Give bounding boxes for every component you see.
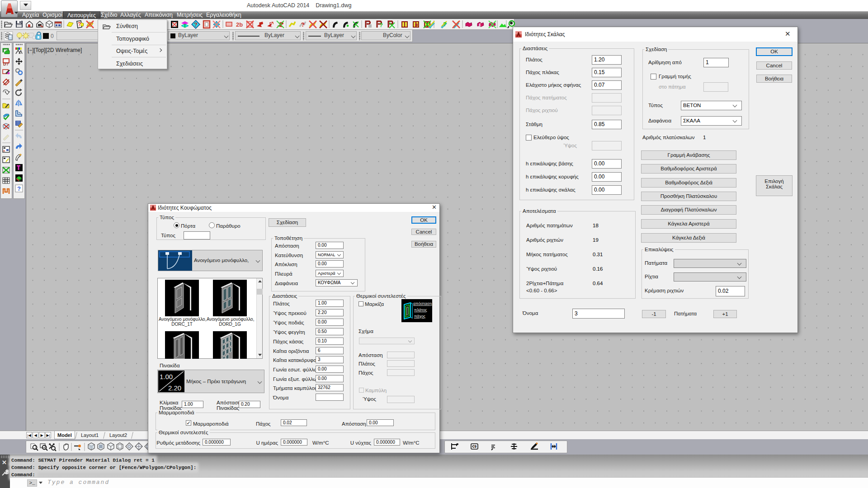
svg-text:?: ? [379,22,383,28]
svg-text:2.20: 2.20 [168,384,181,392]
svg-text:απόσταση: απόσταση [413,301,432,306]
svg-text:?: ? [194,21,198,28]
svg-text:2b: 2b [236,21,243,28]
svg-text:πάχος: πάχος [414,314,426,319]
svg-text:9: 9 [474,444,476,449]
svg-text:πλάτος: πλάτος [414,308,427,312]
svg-text:?: ? [78,21,81,28]
svg-text:?: ? [443,21,447,28]
svg-text:1.00: 1.00 [160,373,173,380]
svg-text:?: ? [270,22,273,28]
svg-text:D?: D? [3,62,9,66]
svg-text:?: ? [17,185,21,192]
svg-text:ε: ε [479,22,481,27]
svg-text:0: 0 [51,33,54,39]
